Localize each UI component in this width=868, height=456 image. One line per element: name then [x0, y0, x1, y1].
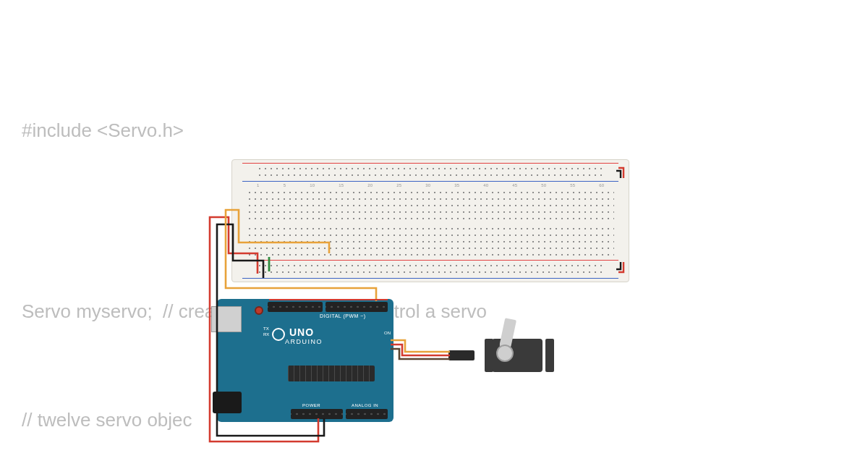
code-snippet: #include <Servo.h> Servo myservo; // cre…: [22, 40, 846, 456]
code-line: Servo myservo; // create servo object to…: [22, 293, 846, 329]
code-line: // twelve servo objec: [22, 402, 846, 438]
code-line: #include <Servo.h>: [22, 112, 846, 148]
